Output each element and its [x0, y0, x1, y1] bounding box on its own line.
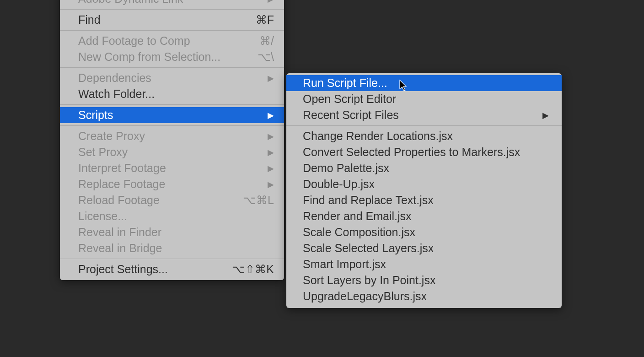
- menu-item-project-settings[interactable]: Project Settings... ⌥⇧⌘K: [60, 261, 284, 277]
- menu-item-license[interactable]: License...: [60, 208, 284, 224]
- menu-item-replace-footage[interactable]: Replace Footage ▶: [60, 176, 284, 192]
- menu-item-label: UpgradeLegacyBlurs.jsx: [303, 290, 427, 303]
- menu-item-label: Sort Layers by In Point.jsx: [303, 274, 435, 287]
- menu-item-script-file[interactable]: Change Render Locations.jsx: [286, 128, 562, 144]
- menu-item-label: Recent Script Files: [303, 108, 399, 122]
- submenu-arrow-icon: ▶: [268, 132, 274, 141]
- menu-item-create-proxy[interactable]: Create Proxy ▶: [60, 128, 284, 144]
- menu-separator: [60, 259, 284, 259]
- menu-separator: [60, 125, 284, 126]
- menu-item-label: Set Proxy: [78, 146, 128, 159]
- menu-item-watch-folder[interactable]: Watch Folder...: [60, 86, 284, 102]
- submenu-arrow-icon: ▶: [268, 111, 274, 119]
- menu-item-script-file[interactable]: Sort Layers by In Point.jsx: [286, 272, 562, 288]
- menu-item-script-file[interactable]: Smart Import.jsx: [286, 256, 562, 272]
- submenu-arrow-icon: ▶: [268, 180, 274, 189]
- menu-shortcut: ⌥\: [258, 50, 274, 64]
- menu-item-label: Find: [78, 13, 101, 27]
- menu-item-script-file[interactable]: Convert Selected Properties to Markers.j…: [286, 144, 562, 160]
- menu-item-reveal-bridge[interactable]: Reveal in Bridge: [60, 240, 284, 256]
- menu-item-label: Adobe Dynamic Link: [78, 0, 183, 5]
- menu-item-label: Open Script Editor: [303, 92, 396, 106]
- menu-item-label: Render and Email.jsx: [303, 210, 412, 223]
- menu-item-label: Convert Selected Properties to Markers.j…: [303, 146, 520, 159]
- menu-item-label: Demo Palette.jsx: [303, 162, 389, 175]
- mouse-cursor-icon: [399, 80, 408, 92]
- menu-item-label: Smart Import.jsx: [303, 258, 386, 271]
- menu-item-label: Double-Up.jsx: [303, 178, 375, 191]
- menu-item-find[interactable]: Find ⌘F: [60, 12, 284, 28]
- menu-item-script-file[interactable]: Demo Palette.jsx: [286, 160, 562, 176]
- menu-item-label: Add Footage to Comp: [78, 34, 190, 48]
- menu-item-reload-footage[interactable]: Reload Footage ⌥⌘L: [60, 192, 284, 208]
- submenu-arrow-icon: ▶: [542, 111, 549, 119]
- menu-item-script-file[interactable]: Find and Replace Text.jsx: [286, 192, 562, 208]
- menu-item-open-script-editor[interactable]: Open Script Editor: [286, 91, 562, 107]
- menu-item-script-file[interactable]: Render and Email.jsx: [286, 208, 562, 224]
- menu-item-label: Reload Footage: [78, 194, 160, 207]
- menu-item-recent-script-files[interactable]: Recent Script Files ▶: [286, 107, 562, 123]
- menu-separator: [60, 104, 284, 105]
- submenu-arrow-icon: ▶: [268, 148, 274, 157]
- menu-item-reveal-finder[interactable]: Reveal in Finder: [60, 224, 284, 240]
- menu-item-script-file[interactable]: Scale Selected Layers.jsx: [286, 240, 562, 256]
- menu-item-run-script-file[interactable]: Run Script File...: [286, 75, 562, 91]
- menu-shortcut: ⌘F: [256, 13, 274, 27]
- menu-item-label: Watch Folder...: [78, 87, 155, 101]
- menu-item-adobe-dynamic-link[interactable]: Adobe Dynamic Link ▶: [60, 0, 284, 7]
- submenu-arrow-icon: ▶: [268, 0, 274, 3]
- submenu-arrow-icon: ▶: [268, 164, 274, 173]
- menu-item-label: Dependencies: [78, 71, 151, 85]
- menu-item-label: Reveal in Bridge: [78, 242, 162, 255]
- menu-item-interpret-footage[interactable]: Interpret Footage ▶: [60, 160, 284, 176]
- menu-separator: [60, 9, 284, 10]
- menu-item-label: Interpret Footage: [78, 162, 166, 175]
- menu-item-label: Project Settings...: [78, 263, 168, 276]
- menu-item-dependencies[interactable]: Dependencies ▶: [60, 70, 284, 86]
- menu-item-script-file[interactable]: Double-Up.jsx: [286, 176, 562, 192]
- menu-separator: [60, 67, 284, 68]
- menu-item-label: Reveal in Finder: [78, 226, 161, 239]
- menu-item-label: Run Script File...: [303, 76, 387, 90]
- menu-item-label: New Comp from Selection...: [78, 50, 220, 64]
- menu-item-label: License...: [78, 210, 127, 223]
- menu-item-label: Scale Selected Layers.jsx: [303, 242, 434, 255]
- menu-item-script-file[interactable]: UpgradeLegacyBlurs.jsx: [286, 288, 562, 304]
- scripts-submenu: Run Script File... Open Script Editor Re…: [286, 73, 562, 308]
- menu-item-scripts[interactable]: Scripts ▶: [60, 107, 284, 123]
- menu-item-add-footage[interactable]: Add Footage to Comp ⌘/: [60, 33, 284, 49]
- menu-separator: [286, 125, 562, 126]
- menu-item-set-proxy[interactable]: Set Proxy ▶: [60, 144, 284, 160]
- main-menu: Adobe Dynamic Link ▶ Find ⌘F Add Footage…: [60, 0, 284, 280]
- menu-item-label: Find and Replace Text.jsx: [303, 194, 434, 207]
- menu-item-new-comp[interactable]: New Comp from Selection... ⌥\: [60, 49, 284, 65]
- menu-shortcut: ⌥⇧⌘K: [232, 263, 274, 276]
- menu-separator: [60, 30, 284, 31]
- menu-item-label: Create Proxy: [78, 130, 145, 143]
- submenu-arrow-icon: ▶: [268, 74, 274, 82]
- menu-shortcut: ⌘/: [259, 34, 274, 48]
- menu-item-script-file[interactable]: Scale Composition.jsx: [286, 224, 562, 240]
- menu-item-label: Change Render Locations.jsx: [303, 130, 453, 143]
- menu-item-label: Replace Footage: [78, 178, 165, 191]
- menu-item-label: Scale Composition.jsx: [303, 226, 415, 239]
- menu-shortcut: ⌥⌘L: [243, 194, 274, 207]
- menu-item-label: Scripts: [78, 108, 113, 122]
